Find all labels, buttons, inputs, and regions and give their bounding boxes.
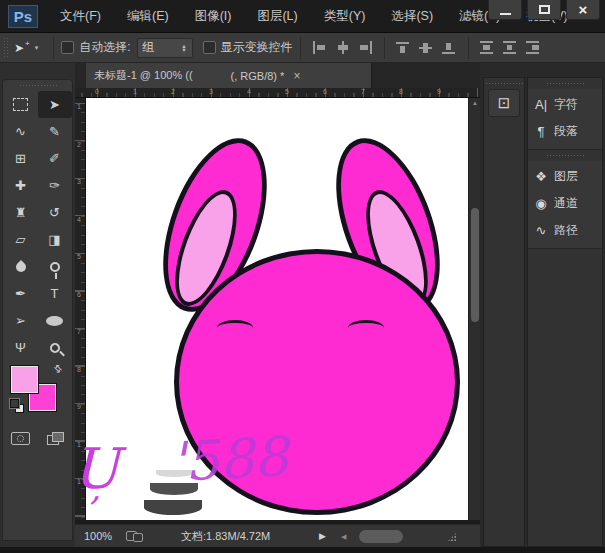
spot-healing-brush-tool[interactable]: ✚ <box>4 172 38 199</box>
align-vertical-centers-icon[interactable] <box>419 41 434 54</box>
eraser-icon: ▱ <box>16 232 26 247</box>
hand-tool[interactable]: Ψ <box>4 334 38 361</box>
move-tool[interactable]: ➤ <box>38 91 72 118</box>
spinner-icon: ▲▼ <box>181 44 186 52</box>
auto-select-label: 自动选择: <box>79 39 130 56</box>
dodge-tool[interactable] <box>38 253 72 280</box>
minimize-icon <box>500 13 511 15</box>
move-tool-icon: ➤ <box>14 41 24 55</box>
crop-tool[interactable]: ⊞ <box>4 145 38 172</box>
menu-file[interactable]: 文件(F) <box>47 0 114 32</box>
dock-column-panels: A| 字符 ¶ 段落 ❖ 图层 ◉ 通道 ∿ 路径 <box>527 77 603 547</box>
resize-grip-icon[interactable] <box>447 532 457 542</box>
zoom-icon <box>47 340 61 354</box>
document-size-info: 文档:1.83M/4.72M <box>181 525 270 548</box>
marquee-icon <box>13 98 28 111</box>
maximize-button[interactable] <box>527 0 561 20</box>
close-icon: × <box>579 1 588 19</box>
panel-tab-paths[interactable]: ∿ 路径 <box>528 217 602 244</box>
distribute-vertical-centers-icon[interactable] <box>503 41 518 54</box>
eyedropper-tool[interactable]: ✐ <box>38 145 72 172</box>
distribute-bottom-edges-icon[interactable] <box>526 41 541 54</box>
document-tab-title: 未标题-1 @ 100% (( <box>94 68 193 83</box>
document-tab-mode: (, RGB/8) * <box>231 70 285 82</box>
move-tool-preset[interactable]: ➤ + <box>14 41 30 55</box>
auto-select-dropdown[interactable]: 组 ▲▼ <box>137 38 193 58</box>
toolbox-gripper[interactable] <box>19 84 57 88</box>
document-tab[interactable]: 未标题-1 @ 100% (( (, RGB/8) * × <box>86 63 372 88</box>
menu-edit[interactable]: 编辑(E) <box>114 0 182 32</box>
vertical-scrollbar-thumb[interactable] <box>471 208 479 322</box>
auto-select-checkbox[interactable] <box>61 41 74 54</box>
clone-stamp-tool[interactable]: ♜ <box>4 199 38 226</box>
default-colors-icon[interactable] <box>10 399 26 413</box>
pen-tool[interactable]: ✒ <box>4 280 38 307</box>
type-tool[interactable]: T <box>38 280 72 307</box>
ellipse-tool[interactable] <box>38 307 72 334</box>
chevron-down-icon[interactable]: ▾ <box>35 44 39 52</box>
align-bottom-edges-icon[interactable] <box>442 41 457 54</box>
show-transform-label: 显示变换控件 <box>221 39 293 56</box>
window-controls: × <box>488 0 600 20</box>
align-horizontal-centers-icon[interactable] <box>335 41 350 54</box>
horizontal-ruler[interactable]: 0 1 2 3 4 5 6 7 8 9 <box>75 88 480 98</box>
rectangular-marquee-tool[interactable] <box>4 91 38 118</box>
watermark-fragment-2: ‚ <box>90 468 101 508</box>
options-bar-gripper[interactable] <box>3 37 8 59</box>
menu-type[interactable]: 类型(Y) <box>311 0 379 32</box>
dodge-icon <box>50 262 60 272</box>
scratch-disk-icon <box>126 531 143 542</box>
watermark-fragment-3: '588 <box>168 425 289 494</box>
foreground-color-swatch[interactable] <box>11 366 38 393</box>
close-button[interactable]: × <box>566 0 600 20</box>
zoom-level-field[interactable]: 100% <box>84 525 112 548</box>
swap-colors-icon[interactable]: ⇆ <box>51 362 65 376</box>
panel-tab-paragraph[interactable]: ¶ 段落 <box>528 118 602 145</box>
screen-mode-button[interactable] <box>47 432 64 445</box>
menu-select[interactable]: 选择(S) <box>378 0 446 32</box>
photoshop-logo: Ps <box>8 5 38 28</box>
panel-group-type: A| 字符 ¶ 段落 <box>528 89 602 150</box>
show-transform-checkbox[interactable] <box>203 41 216 54</box>
eraser-tool[interactable]: ▱ <box>4 226 38 253</box>
minimize-button[interactable] <box>488 0 522 20</box>
panel-tab-layers[interactable]: ❖ 图层 <box>528 163 602 190</box>
blur-tool[interactable] <box>4 253 38 280</box>
history-brush-tool[interactable]: ↺ <box>38 199 72 226</box>
left-panel: ➤ ∿ ✎ ⊞ ✐ ✚ ✑ ♜ ↺ ▱ ◨ ✒ T ➢ Ψ ⇆ <box>0 63 75 547</box>
channels-panel-icon: ◉ <box>528 196 554 211</box>
eyedropper-icon: ✐ <box>49 151 60 166</box>
align-left-edges-icon[interactable] <box>312 41 327 54</box>
healing-brush-icon: ✚ <box>15 178 26 193</box>
dock2-gripper-2[interactable] <box>546 154 584 158</box>
quick-mask-button[interactable] <box>11 432 30 445</box>
align-top-edges-icon[interactable] <box>396 41 411 54</box>
tab-close-icon[interactable]: × <box>293 69 300 83</box>
paint-bucket-tool[interactable]: ◨ <box>38 226 72 253</box>
lasso-tool[interactable]: ∿ <box>4 118 38 145</box>
dock2-gripper[interactable] <box>546 82 584 86</box>
panel-group-layers: ❖ 图层 ◉ 通道 ∿ 路径 <box>528 161 602 249</box>
sketch-mark-3 <box>144 500 202 515</box>
path-selection-tool[interactable]: ➢ <box>4 307 38 334</box>
dock1-gripper[interactable] <box>485 82 523 86</box>
bunny-left-eye <box>217 320 253 336</box>
quick-selection-tool[interactable]: ✎ <box>38 118 72 145</box>
status-popup-icon[interactable]: ▶ <box>319 525 326 548</box>
scroll-left-icon[interactable]: ◀ <box>341 525 346 548</box>
vertical-scrollbar[interactable]: ▲ <box>468 98 480 520</box>
menu-image[interactable]: 图像(I) <box>182 0 245 32</box>
right-dock: ⊡ A| 字符 ¶ 段落 ❖ 图层 ◉ 通道 ∿ 路 <box>480 63 605 547</box>
panel-tab-character[interactable]: A| 字符 <box>528 91 602 118</box>
zoom-tool[interactable] <box>38 334 72 361</box>
align-right-edges-icon[interactable] <box>358 41 373 54</box>
menu-layer[interactable]: 图层(L) <box>244 0 310 32</box>
color-swatches: ⇆ <box>3 361 72 425</box>
3d-panel-button[interactable]: ⊡ <box>488 89 520 117</box>
distribute-top-edges-icon[interactable] <box>480 41 495 54</box>
window-bottom-edge <box>0 547 605 553</box>
panel-tab-channels[interactable]: ◉ 通道 <box>528 190 602 217</box>
brush-tool[interactable]: ✑ <box>38 172 72 199</box>
horizontal-scrollbar-thumb[interactable] <box>359 530 403 543</box>
toolbox: ➤ ∿ ✎ ⊞ ✐ ✚ ✑ ♜ ↺ ▱ ◨ ✒ T ➢ Ψ ⇆ <box>2 79 73 541</box>
